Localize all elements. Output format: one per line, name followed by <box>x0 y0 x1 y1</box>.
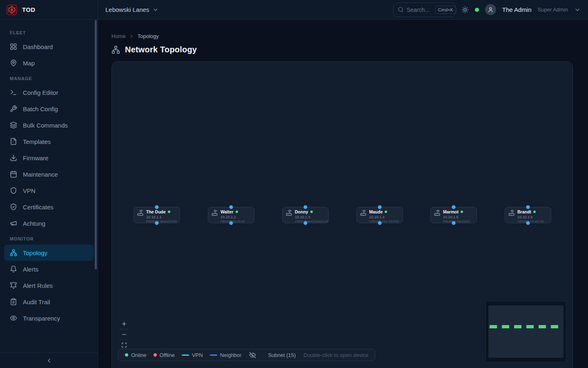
breadcrumb: Home Topology <box>111 33 572 39</box>
topology-node-maude[interactable]: Maude 10.10.1.4 CRS326-24G-2S+RM <box>356 207 403 223</box>
search-shortcut-badge: Cmd+K <box>435 6 457 14</box>
online-dot <box>125 353 128 357</box>
sidebar-item-dashboard[interactable]: Dashboard <box>4 38 94 55</box>
minimap-nodes <box>490 325 558 328</box>
node-name: The Dude <box>146 209 166 214</box>
node-handle-top[interactable] <box>229 205 233 209</box>
tenant-label: Lebowski Lanes <box>105 6 149 13</box>
sidebar-item-label: Map <box>23 60 35 67</box>
calendar-icon <box>10 171 17 178</box>
user-icon <box>488 7 494 13</box>
logo-area: TOD <box>0 0 98 19</box>
sidebar-item-vpn[interactable]: VPN <box>4 182 94 199</box>
node-ip: 10.10.1.6 <box>517 215 543 219</box>
user-menu-chevron-down-icon[interactable] <box>574 7 581 13</box>
megaphone-icon <box>10 220 17 227</box>
node-status-dot <box>168 211 170 213</box>
avatar[interactable] <box>485 4 496 15</box>
node-handle-bottom[interactable] <box>378 221 382 225</box>
sidebar-item-batch-config[interactable]: Batch Config <box>4 101 94 117</box>
topology-node-marmot[interactable]: Marmot 10.10.1.5 RBcAPGi-5acD2nD <box>430 207 477 223</box>
app-title: TOD <box>22 6 35 13</box>
canvas-controls <box>119 319 129 350</box>
legend-vpn: VPN <box>182 352 203 358</box>
topology-node-the-dude[interactable]: The Dude 10.10.1.1 RBD53iG-5HacD2HnD <box>134 207 180 223</box>
sidebar-item-label: Transparency <box>23 315 60 322</box>
search-box[interactable]: Cmd+K <box>393 2 455 17</box>
sidebar-item-transparency[interactable]: Transparency <box>4 310 94 326</box>
tod-logo-icon <box>6 4 18 16</box>
topology-node-donny[interactable]: Donny 10.10.1.3 C52iG-5HaxD2HaxD-US <box>282 207 329 223</box>
topology-node-brandt[interactable]: Brandt 10.10.1.6 CRS309-1G-8S+IN <box>505 207 551 223</box>
bell-ring-icon <box>10 282 17 289</box>
node-handle-bottom[interactable] <box>229 221 233 225</box>
minimap[interactable] <box>486 301 566 362</box>
node-ip: 10.10.1.3 <box>295 215 329 219</box>
node-handle-top[interactable] <box>452 205 456 209</box>
sidebar-item-maintenance[interactable]: Maintenance <box>4 166 94 182</box>
legend-hint: Double-click to open device <box>303 352 368 358</box>
file-icon <box>10 138 17 145</box>
sidebar-item-templates[interactable]: Templates <box>4 133 94 150</box>
node-model: RBD53iG-5HacD2HnD <box>146 220 177 224</box>
shield-icon <box>10 187 17 194</box>
topology-icon <box>111 45 120 54</box>
sidebar-item-audit-trail[interactable]: Audit Trail <box>4 294 94 310</box>
node-name: Maude <box>369 209 383 214</box>
node-ip: 10.10.1.1 <box>146 215 177 219</box>
sidebar-item-label: Batch Config <box>23 105 58 112</box>
chevron-down-icon <box>152 7 159 13</box>
node-handle-bottom[interactable] <box>155 221 159 225</box>
node-model: CRS326-24G-2S+RM <box>369 220 399 224</box>
chevron-left-icon <box>46 357 52 364</box>
sidebar-item-label: Alerts <box>23 266 38 273</box>
theme-toggle-sun-icon[interactable] <box>461 6 469 13</box>
router-icon <box>212 210 218 216</box>
node-handle-bottom[interactable] <box>452 221 456 225</box>
sidebar-item-label: Firmware <box>23 155 49 162</box>
sidebar-item-alert-rules[interactable]: Alert Rules <box>4 277 94 294</box>
node-name: Marmot <box>443 209 459 214</box>
plus-icon <box>121 321 127 327</box>
sidebar-item-certificates[interactable]: Certificates <box>4 199 94 215</box>
topology-canvas[interactable]: The Dude 10.10.1.1 RBD53iG-5HacD2HnD Wal… <box>111 61 573 368</box>
breadcrumb-home[interactable]: Home <box>111 33 126 39</box>
sidebar-item-achtung[interactable]: Achtung <box>4 215 94 231</box>
map-pin-icon <box>10 59 17 67</box>
node-handle-top[interactable] <box>304 205 307 209</box>
sidebar-scrollbar[interactable] <box>95 20 97 269</box>
sidebar-item-label: Achtung <box>23 220 45 227</box>
node-handle-top[interactable] <box>378 205 382 209</box>
node-handle-bottom[interactable] <box>304 221 307 225</box>
search-input[interactable] <box>407 7 432 13</box>
sidebar-item-alerts[interactable]: Alerts <box>4 261 94 277</box>
sidebar-item-label: Maintenance <box>23 171 58 178</box>
node-handle-top[interactable] <box>155 205 159 209</box>
sidebar-item-map[interactable]: Map <box>4 55 94 71</box>
sidebar-item-bulk-commands[interactable]: Bulk Commands <box>4 117 94 133</box>
toggle-labels-eye-off-icon[interactable] <box>249 352 256 359</box>
page-title: Network Topology <box>125 45 197 54</box>
node-name: Walter <box>220 209 234 214</box>
node-name: Brandt <box>517 209 531 214</box>
section-label-monitor: MONITOR <box>10 236 88 241</box>
sidebar-item-label: Audit Trail <box>23 298 50 305</box>
topology-node-walter[interactable]: Walter 10.10.1.2 RB5009UG+S+IN <box>208 207 254 223</box>
sidebar-item-config-editor[interactable]: Config Editor <box>4 84 94 101</box>
sidebar-item-firmware[interactable]: Firmware <box>4 150 94 166</box>
zoom-out-button[interactable] <box>119 329 129 340</box>
download-icon <box>10 154 17 162</box>
user-name: The Admin <box>502 6 532 13</box>
chevron-right-icon <box>129 34 134 39</box>
zoom-in-button[interactable] <box>119 319 129 329</box>
sidebar-collapse-button[interactable] <box>0 352 98 368</box>
tenant-selector[interactable]: Lebowski Lanes <box>105 6 159 13</box>
sidebar-item-topology[interactable]: Topology <box>4 245 94 261</box>
breadcrumb-current: Topology <box>138 33 159 39</box>
offline-dot <box>154 353 157 357</box>
sidebar-item-label: Certificates <box>23 204 53 211</box>
node-handle-bottom[interactable] <box>526 221 530 225</box>
minimap-node-bar <box>551 325 558 328</box>
topbar-right: Cmd+K The Admin Super Admin <box>393 2 588 17</box>
node-handle-top[interactable] <box>526 205 530 209</box>
